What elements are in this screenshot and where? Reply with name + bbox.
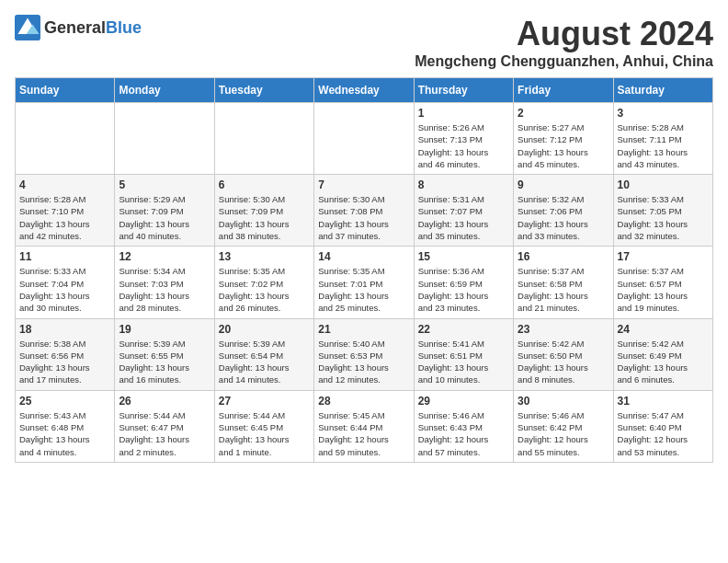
calendar-cell: 3Sunrise: 5:28 AMSunset: 7:11 PMDaylight… <box>613 103 712 175</box>
day-info: Sunrise: 5:29 AMSunset: 7:09 PMDaylight:… <box>119 193 210 242</box>
calendar-table: SundayMondayTuesdayWednesdayThursdayFrid… <box>15 77 713 463</box>
calendar-week-4: 18Sunrise: 5:38 AMSunset: 6:56 PMDayligh… <box>16 318 713 390</box>
calendar-cell: 25Sunrise: 5:43 AMSunset: 6:48 PMDayligh… <box>16 390 115 462</box>
calendar-cell: 12Sunrise: 5:34 AMSunset: 7:03 PMDayligh… <box>115 247 214 318</box>
day-info: Sunrise: 5:40 AMSunset: 6:53 PMDaylight:… <box>318 338 409 386</box>
calendar-cell: 6Sunrise: 5:30 AMSunset: 7:09 PMDaylight… <box>214 175 313 247</box>
day-number: 1 <box>418 107 509 120</box>
calendar-cell: 1Sunrise: 5:26 AMSunset: 7:13 PMDaylight… <box>414 103 513 175</box>
day-info: Sunrise: 5:30 AMSunset: 7:09 PMDaylight:… <box>219 193 310 242</box>
day-info: Sunrise: 5:42 AMSunset: 6:50 PMDaylight:… <box>518 338 609 386</box>
day-number: 20 <box>219 323 310 336</box>
day-info: Sunrise: 5:26 AMSunset: 7:13 PMDaylight:… <box>418 121 509 170</box>
day-info: Sunrise: 5:33 AMSunset: 7:04 PMDaylight:… <box>19 265 110 314</box>
calendar-cell: 7Sunrise: 5:30 AMSunset: 7:08 PMDaylight… <box>314 175 414 247</box>
day-info: Sunrise: 5:41 AMSunset: 6:51 PMDaylight:… <box>418 338 509 386</box>
weekday-header-wednesday: Wednesday <box>314 78 414 103</box>
day-number: 23 <box>518 323 609 336</box>
header: GeneralBlue August 2024 Mengcheng Chengg… <box>15 15 713 70</box>
logo-blue-text: Blue <box>106 18 142 37</box>
day-number: 27 <box>219 395 310 408</box>
title-area: August 2024 Mengcheng Chengguanzhen, Anh… <box>415 15 713 70</box>
day-number: 6 <box>219 178 310 191</box>
day-info: Sunrise: 5:45 AMSunset: 6:44 PMDaylight:… <box>318 409 409 458</box>
day-info: Sunrise: 5:37 AMSunset: 6:58 PMDaylight:… <box>518 265 609 314</box>
day-number: 17 <box>618 250 709 263</box>
calendar-cell: 5Sunrise: 5:29 AMSunset: 7:09 PMDaylight… <box>115 175 214 247</box>
day-info: Sunrise: 5:44 AMSunset: 6:47 PMDaylight:… <box>119 409 210 458</box>
calendar-cell: 2Sunrise: 5:27 AMSunset: 7:12 PMDaylight… <box>514 103 613 175</box>
day-number: 24 <box>618 323 709 336</box>
day-info: Sunrise: 5:47 AMSunset: 6:40 PMDaylight:… <box>618 409 709 458</box>
day-info: Sunrise: 5:35 AMSunset: 7:01 PMDaylight:… <box>318 265 409 314</box>
day-info: Sunrise: 5:42 AMSunset: 6:49 PMDaylight:… <box>618 338 709 386</box>
day-number: 18 <box>19 323 110 336</box>
day-number: 14 <box>318 250 409 263</box>
day-number: 30 <box>518 395 609 408</box>
calendar-cell: 21Sunrise: 5:40 AMSunset: 6:53 PMDayligh… <box>314 318 414 390</box>
calendar-cell: 22Sunrise: 5:41 AMSunset: 6:51 PMDayligh… <box>414 318 513 390</box>
calendar-cell: 24Sunrise: 5:42 AMSunset: 6:49 PMDayligh… <box>613 318 712 390</box>
calendar-cell: 14Sunrise: 5:35 AMSunset: 7:01 PMDayligh… <box>314 247 414 318</box>
day-number: 26 <box>119 395 210 408</box>
weekday-header-saturday: Saturday <box>613 78 712 103</box>
day-info: Sunrise: 5:31 AMSunset: 7:07 PMDaylight:… <box>418 193 509 242</box>
calendar-week-3: 11Sunrise: 5:33 AMSunset: 7:04 PMDayligh… <box>16 247 713 318</box>
calendar-cell: 26Sunrise: 5:44 AMSunset: 6:47 PMDayligh… <box>115 390 214 462</box>
weekday-header-friday: Friday <box>514 78 613 103</box>
day-info: Sunrise: 5:30 AMSunset: 7:08 PMDaylight:… <box>318 193 409 242</box>
day-number: 29 <box>418 395 509 408</box>
calendar-week-5: 25Sunrise: 5:43 AMSunset: 6:48 PMDayligh… <box>16 390 713 462</box>
day-number: 4 <box>19 178 110 191</box>
calendar-cell: 15Sunrise: 5:36 AMSunset: 6:59 PMDayligh… <box>414 247 513 318</box>
calendar-cell: 29Sunrise: 5:46 AMSunset: 6:43 PMDayligh… <box>414 390 513 462</box>
day-number: 16 <box>518 250 609 263</box>
weekday-header-sunday: Sunday <box>16 78 115 103</box>
day-info: Sunrise: 5:43 AMSunset: 6:48 PMDaylight:… <box>19 409 110 458</box>
logo-general-text: General <box>44 18 106 37</box>
day-number: 25 <box>19 395 110 408</box>
calendar-body: 1Sunrise: 5:26 AMSunset: 7:13 PMDaylight… <box>16 103 713 463</box>
day-info: Sunrise: 5:37 AMSunset: 6:57 PMDaylight:… <box>618 265 709 314</box>
calendar-cell: 17Sunrise: 5:37 AMSunset: 6:57 PMDayligh… <box>613 247 712 318</box>
day-number: 22 <box>418 323 509 336</box>
calendar-cell: 27Sunrise: 5:44 AMSunset: 6:45 PMDayligh… <box>214 390 313 462</box>
day-info: Sunrise: 5:33 AMSunset: 7:05 PMDaylight:… <box>618 193 709 242</box>
day-info: Sunrise: 5:32 AMSunset: 7:06 PMDaylight:… <box>518 193 609 242</box>
calendar-cell: 11Sunrise: 5:33 AMSunset: 7:04 PMDayligh… <box>16 247 115 318</box>
day-info: Sunrise: 5:28 AMSunset: 7:11 PMDaylight:… <box>618 121 709 170</box>
weekday-header-row: SundayMondayTuesdayWednesdayThursdayFrid… <box>16 78 713 103</box>
day-info: Sunrise: 5:46 AMSunset: 6:42 PMDaylight:… <box>518 409 609 458</box>
day-info: Sunrise: 5:35 AMSunset: 7:02 PMDaylight:… <box>219 265 310 314</box>
calendar-cell: 8Sunrise: 5:31 AMSunset: 7:07 PMDaylight… <box>414 175 513 247</box>
calendar-cell: 16Sunrise: 5:37 AMSunset: 6:58 PMDayligh… <box>514 247 613 318</box>
month-title: August 2024 <box>415 15 713 53</box>
day-info: Sunrise: 5:38 AMSunset: 6:56 PMDaylight:… <box>19 338 110 386</box>
calendar-cell <box>314 103 414 175</box>
day-number: 7 <box>318 178 409 191</box>
day-number: 5 <box>119 178 210 191</box>
day-info: Sunrise: 5:39 AMSunset: 6:54 PMDaylight:… <box>219 338 310 386</box>
calendar-cell: 30Sunrise: 5:46 AMSunset: 6:42 PMDayligh… <box>514 390 613 462</box>
day-info: Sunrise: 5:28 AMSunset: 7:10 PMDaylight:… <box>19 193 110 242</box>
calendar-cell: 23Sunrise: 5:42 AMSunset: 6:50 PMDayligh… <box>514 318 613 390</box>
weekday-header-tuesday: Tuesday <box>214 78 313 103</box>
calendar-week-2: 4Sunrise: 5:28 AMSunset: 7:10 PMDaylight… <box>16 175 713 247</box>
day-info: Sunrise: 5:34 AMSunset: 7:03 PMDaylight:… <box>119 265 210 314</box>
calendar-cell: 31Sunrise: 5:47 AMSunset: 6:40 PMDayligh… <box>613 390 712 462</box>
calendar-cell: 20Sunrise: 5:39 AMSunset: 6:54 PMDayligh… <box>214 318 313 390</box>
day-number: 9 <box>518 178 609 191</box>
day-number: 19 <box>119 323 210 336</box>
day-number: 13 <box>219 250 310 263</box>
day-info: Sunrise: 5:44 AMSunset: 6:45 PMDaylight:… <box>219 409 310 458</box>
logo: GeneralBlue <box>15 15 142 40</box>
calendar-cell <box>16 103 115 175</box>
day-number: 15 <box>418 250 509 263</box>
day-info: Sunrise: 5:27 AMSunset: 7:12 PMDaylight:… <box>518 121 609 170</box>
day-number: 2 <box>518 107 609 120</box>
calendar-cell: 28Sunrise: 5:45 AMSunset: 6:44 PMDayligh… <box>314 390 414 462</box>
calendar-cell: 13Sunrise: 5:35 AMSunset: 7:02 PMDayligh… <box>214 247 313 318</box>
day-info: Sunrise: 5:46 AMSunset: 6:43 PMDaylight:… <box>418 409 509 458</box>
day-number: 11 <box>19 250 110 263</box>
calendar-header: SundayMondayTuesdayWednesdayThursdayFrid… <box>16 78 713 103</box>
